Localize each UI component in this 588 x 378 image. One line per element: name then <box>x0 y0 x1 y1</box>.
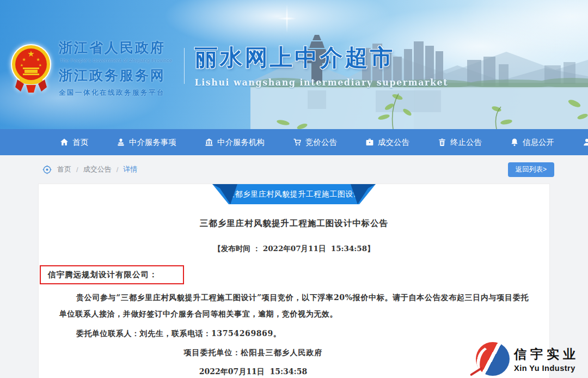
nav-label: 成交公告 <box>378 137 409 148</box>
back-to-list-button[interactable]: 返回列表> <box>508 162 554 177</box>
gov-portal-title: 浙江政务服务网 <box>59 66 172 84</box>
nav-item-termination-notices[interactable]: 终止公告 <box>430 129 489 155</box>
announcement-card: 三都乡里庄村风貌提升工程施工图设计 三都乡里庄村风貌提升工程施工图设计中标公告 … <box>38 184 550 378</box>
ribbon-title: 三都乡里庄村风貌提升工程施工图设计 <box>212 184 376 204</box>
xinyu-logo-icon <box>476 342 510 376</box>
nav-item-personal-center[interactable]: 个人中心 <box>575 129 588 155</box>
project-ribbon-banner: 三都乡里庄村风貌提升工程施工图设计 <box>212 184 376 204</box>
bank-icon <box>205 138 213 147</box>
nav-item-information-disclosure[interactable]: 信息公开 <box>503 129 562 155</box>
nav-item-home[interactable]: 首页 <box>52 129 96 155</box>
gov-platform-tagline: 全国一体化在线政务服务平台 <box>59 88 172 97</box>
breadcrumb: 首页 / 成交公告 / 详情 返回列表> <box>0 155 588 184</box>
recipient-company-highlighted: 信宇腾远规划设计有限公司： <box>40 265 184 284</box>
xinyu-watermark-logo: 信宇实业 Xin Yu Industry <box>476 342 579 376</box>
nav-label: 信息公开 <box>523 137 554 148</box>
nav-item-service-items[interactable]: 中介服务事项 <box>109 129 184 155</box>
watermark-name-en: Xin Yu Industry <box>514 364 579 373</box>
gov-title: 浙江省人民政府 <box>59 39 172 57</box>
site-title-en: Lishui wangshang intermediary supermarke… <box>194 77 448 88</box>
nav-label: 中介服务事项 <box>129 137 176 148</box>
breadcrumb-home[interactable]: 首页 <box>57 164 71 174</box>
nav-item-service-agencies[interactable]: 中介服务机构 <box>197 129 272 155</box>
gov-title-en: The People's Government of Zhejiang Prov… <box>60 58 172 63</box>
announcement-title: 三都乡里庄村风貌提升工程施工图设计中标公告 <box>39 218 549 229</box>
breadcrumb-separator: / <box>76 166 78 174</box>
main-navbar: 首页 中介服务事项 中介服务机构 竞价公告 成交公告 终止公告 信息公开 个人中… <box>0 129 588 155</box>
header-divider <box>184 48 185 84</box>
breadcrumb-separator: / <box>117 166 119 174</box>
announcement-body: 贵公司参与“三都乡里庄村风貌提升工程施工图设计”项目竞价，以下浮率20%报价中标… <box>59 289 529 322</box>
nav-label: 终止公告 <box>450 137 482 148</box>
announcement-date: 2022年07月11日 15:34:58 <box>39 367 468 377</box>
site-header: ★ ★ ★ ★ ★ 浙江省人民政府 The People's Governmen… <box>0 0 588 129</box>
svg-text:★: ★ <box>36 57 40 62</box>
nav-label: 首页 <box>72 137 88 148</box>
stamp-icon <box>117 138 125 147</box>
home-icon <box>60 138 69 147</box>
breadcrumb-award-notices[interactable]: 成交公告 <box>83 164 112 174</box>
location-target-icon <box>42 165 52 174</box>
national-emblem-logo[interactable]: ★ ★ ★ ★ ★ <box>10 40 52 95</box>
watermark-name-cn: 信宇实业 <box>514 346 579 363</box>
briefcase-icon <box>365 138 374 147</box>
nav-label: 中介服务机构 <box>217 137 265 148</box>
svg-text:★: ★ <box>39 63 42 67</box>
svg-text:★: ★ <box>20 63 23 67</box>
nav-item-award-notices[interactable]: 成交公告 <box>358 129 417 155</box>
site-branding: 丽水网上中介超市 Lishui wangshang intermediary s… <box>194 42 448 88</box>
publish-time: 【发布时间 ： 2022年07月11日 15:34:58】 <box>39 244 549 254</box>
contact-info-line: 委托单位联系人：刘先生，联系电话：13754269869。 <box>59 329 529 339</box>
trash-icon <box>438 138 446 147</box>
nav-item-bidding-notices[interactable]: 竞价公告 <box>285 129 345 155</box>
cart-icon <box>293 138 302 147</box>
person-icon <box>583 138 588 147</box>
bell-icon <box>510 138 519 147</box>
svg-text:★: ★ <box>22 57 26 62</box>
gov-branding: 浙江省人民政府 The People's Government of Zheji… <box>59 39 172 97</box>
nav-label: 竞价公告 <box>305 137 337 148</box>
svg-text:★: ★ <box>27 49 34 58</box>
client-unit-line: 项目委托单位：松阳县三都乡人民政府 <box>39 348 468 358</box>
breadcrumb-current-detail: 详情 <box>123 164 137 174</box>
site-title: 丽水网上中介超市 <box>194 42 448 73</box>
